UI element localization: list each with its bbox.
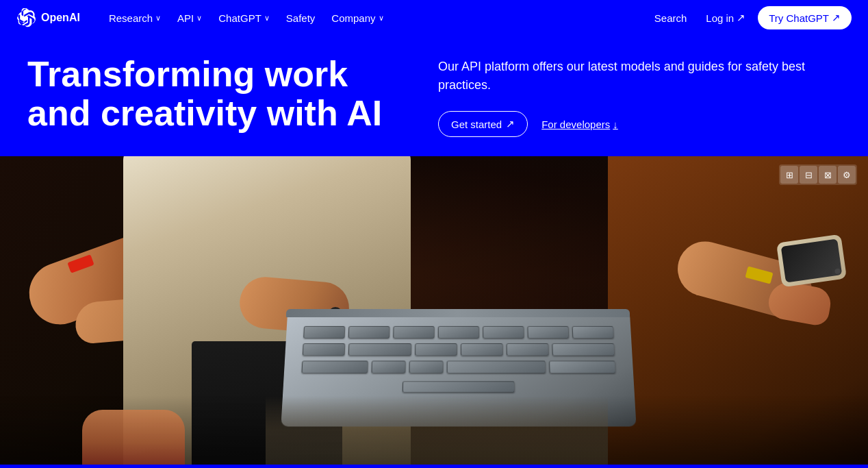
api-chevron-icon: ∨ <box>196 14 202 23</box>
nav-links: Research ∨ API ∨ ChatGPT ∨ Safety Compan… <box>102 8 648 28</box>
try-arrow-icon: ↗ <box>832 12 841 24</box>
image-tool-3-button[interactable]: ⊠ <box>819 166 837 184</box>
phone-object <box>776 234 847 288</box>
hero-left: Transforming work and creativity with AI <box>27 55 383 133</box>
login-arrow-icon: ↗ <box>737 12 745 24</box>
logo[interactable]: OpenAI <box>16 8 80 27</box>
search-button[interactable]: Search <box>648 8 694 28</box>
hero-right: Our API platform offers our latest model… <box>438 55 841 137</box>
hero-section: Transforming work and creativity with AI… <box>0 36 868 156</box>
company-chevron-icon: ∨ <box>379 14 384 23</box>
nav-right: Search Log in ↗ Try ChatGPT ↗ <box>648 6 852 29</box>
navbar: OpenAI Research ∨ API ∨ ChatGPT ∨ Safety… <box>0 0 868 36</box>
hero-title: Transforming work and creativity with AI <box>27 55 383 133</box>
get-started-button[interactable]: Get started ↗ <box>438 111 528 137</box>
nav-api[interactable]: API ∨ <box>170 8 209 28</box>
bottom-strip <box>0 465 868 468</box>
nav-research[interactable]: Research ∨ <box>102 8 168 28</box>
nav-company[interactable]: Company ∨ <box>324 8 390 28</box>
developers-arrow-icon: ↓ <box>613 119 618 130</box>
image-toolbar: ⊞ ⊟ ⊠ ⚙ <box>779 164 857 185</box>
for-developers-button[interactable]: For developers ↓ <box>541 119 618 130</box>
image-settings-button[interactable]: ⚙ <box>838 166 856 184</box>
hero-description: Our API platform offers our latest model… <box>438 58 821 95</box>
research-chevron-icon: ∨ <box>155 14 161 23</box>
nav-safety[interactable]: Safety <box>279 8 322 28</box>
get-started-arrow-icon: ↗ <box>506 118 515 130</box>
login-button[interactable]: Log in ↗ <box>699 8 752 28</box>
hero-photo <box>0 156 868 465</box>
image-tool-1-button[interactable]: ⊞ <box>780 166 798 184</box>
hero-cta: Get started ↗ For developers ↓ <box>438 111 841 137</box>
nav-chatgpt[interactable]: ChatGPT ∨ <box>212 8 277 28</box>
image-tool-2-button[interactable]: ⊟ <box>800 166 817 184</box>
logo-text: OpenAI <box>41 12 80 24</box>
try-chatgpt-button[interactable]: Try ChatGPT ↗ <box>758 6 852 29</box>
chatgpt-chevron-icon: ∨ <box>264 14 270 23</box>
hero-image-section: ⊞ ⊟ ⊠ ⚙ <box>0 156 868 465</box>
openai-logo-icon <box>16 8 36 27</box>
